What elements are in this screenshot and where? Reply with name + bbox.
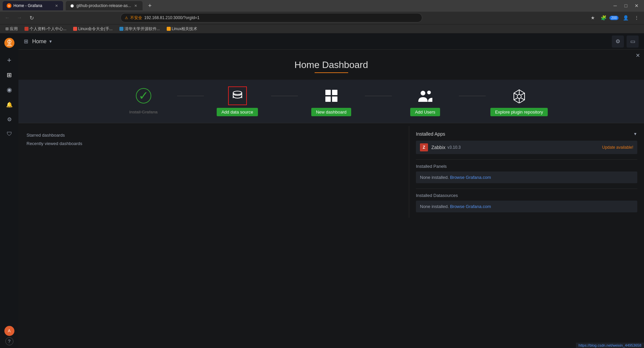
add-users-icon[interactable] xyxy=(416,86,435,105)
sidebar-item-create[interactable]: + xyxy=(3,54,16,67)
topbar-title-text: Home xyxy=(32,39,47,45)
close-setup-button[interactable]: ✕ xyxy=(636,52,640,59)
bookmark-tsinghua[interactable]: 清华大学开源软件... xyxy=(117,25,163,32)
tv-mode-button[interactable]: ▭ xyxy=(627,36,639,48)
explore-plugins-icon[interactable] xyxy=(510,86,529,105)
sidebar-item-alerting[interactable]: 🔔 xyxy=(3,98,16,111)
svg-line-22 xyxy=(514,98,517,100)
bookmark-2-label: Linux命令大全(手... xyxy=(78,26,113,32)
tab-1[interactable]: G Home - Grafana ✕ xyxy=(3,1,63,10)
add-datasource-button[interactable]: Add data source xyxy=(217,108,258,116)
menu-button[interactable]: ⋮ xyxy=(632,13,641,22)
bookmark-3-label: 清华大学开源软件... xyxy=(124,26,160,32)
step-add-users: Add Users xyxy=(392,86,459,116)
tab-2-favicon: ⬤ xyxy=(70,3,74,8)
new-dashboard-button[interactable]: New dashboard xyxy=(311,108,351,116)
starred-dashboards[interactable]: Starred dashboards xyxy=(26,133,401,138)
svg-rect-10 xyxy=(325,90,331,95)
add-users-button[interactable]: Add Users xyxy=(410,108,440,116)
installed-panels-section: Installed Panels None installed. Browse … xyxy=(416,159,637,183)
steps-bar: ✓ Install Grafana xyxy=(18,80,644,123)
plus-icon: + xyxy=(7,56,11,65)
minimize-button[interactable]: ─ xyxy=(610,2,620,10)
step-explore-plugins: Explore plugin repository xyxy=(486,86,553,116)
new-tab-button[interactable]: + xyxy=(145,1,155,10)
bookmark-linux-tech[interactable]: Linux相关技术 xyxy=(164,25,200,32)
profile-button[interactable]: 👤 xyxy=(621,13,631,22)
svg-rect-11 xyxy=(332,90,337,95)
topbar-grid-icon: ⊞ xyxy=(24,38,28,45)
tab-1-favicon: G xyxy=(7,3,11,8)
grid-icon xyxy=(324,88,339,103)
zabbix-update-link[interactable]: Update available! xyxy=(602,145,633,150)
maximize-button[interactable]: □ xyxy=(621,2,631,10)
back-button[interactable]: ← xyxy=(3,13,12,22)
apps-bookmark[interactable]: ⊞ 应用 xyxy=(3,25,20,32)
connector-4 xyxy=(459,96,486,96)
nav-right-controls: ★ 🧩 200 👤 ⋮ xyxy=(588,13,641,22)
connector-1 xyxy=(177,96,204,96)
zabbix-version: v3.10.3 xyxy=(447,145,461,150)
bookmark-star-button[interactable]: ★ xyxy=(588,13,597,22)
bookmarks-bar: ⊞ 应用 个人资料-个人中心... Linux命令大全(手... 清华大学开源软… xyxy=(0,24,644,33)
content-row: Starred dashboards Recently viewed dashb… xyxy=(18,126,644,218)
sidebar-item-explore[interactable]: ◉ xyxy=(3,83,16,96)
sidebar-item-server-admin[interactable]: 🛡 xyxy=(3,127,16,141)
dashboard-title-section: Home Dashboard xyxy=(18,50,644,80)
reload-button[interactable]: ↻ xyxy=(27,13,36,22)
installed-datasources-section: Installed Datasources None installed. Br… xyxy=(416,189,637,212)
left-panel: Starred dashboards Recently viewed dashb… xyxy=(18,126,409,218)
grafana-app: + ⊞ ◉ 🔔 ⚙ 🛡 A ? ⊞ Home ▼ xyxy=(0,33,644,348)
bookmark-linux[interactable]: Linux命令大全(手... xyxy=(70,25,115,32)
recently-viewed-dashboards[interactable]: Recently viewed dashboards xyxy=(26,141,401,146)
installed-datasources-empty: None installed. xyxy=(420,204,449,209)
settings-button[interactable]: ⚙ xyxy=(612,36,624,48)
dashboard-title-underline xyxy=(315,72,348,73)
nav-badge: 200 xyxy=(609,16,619,20)
browser-chrome: G Home - Grafana ✕ ⬤ github-production-r… xyxy=(0,0,644,33)
browse-datasources-link[interactable]: Browse Grafana.com xyxy=(450,204,491,209)
bookmark-favicon-4 xyxy=(167,27,171,31)
user-avatar[interactable]: A xyxy=(4,326,14,336)
step-new-dashboard: New dashboard xyxy=(298,86,365,116)
topbar-chevron-icon: ▼ xyxy=(49,39,53,44)
dropdown-arrow-icon[interactable]: ▼ xyxy=(633,132,637,136)
installed-datasources-title: Installed Datasources xyxy=(416,189,637,198)
address-text: 192.168.81.210:3000/?orgId=1 xyxy=(144,15,199,20)
explore-plugins-button[interactable]: Explore plugin repository xyxy=(490,108,548,116)
sidebar-item-dashboards[interactable]: ⊞ xyxy=(3,68,16,82)
users-icon xyxy=(418,89,433,102)
forward-button[interactable]: → xyxy=(15,13,24,22)
plugin-icon xyxy=(512,88,527,103)
help-button[interactable]: ? xyxy=(5,337,13,345)
address-lock-icon: ⚠ xyxy=(125,16,128,20)
add-datasource-icon-wrapper[interactable] xyxy=(228,86,247,105)
app-item-zabbix[interactable]: Z Zabbix v3.10.3 Update available! xyxy=(416,141,637,154)
install-grafana-icon: ✓ xyxy=(134,86,153,105)
bookmark-favicon-3 xyxy=(119,27,123,31)
grafana-logo[interactable] xyxy=(3,36,16,50)
new-dashboard-icon[interactable] xyxy=(322,86,341,105)
tab-2[interactable]: ⬤ github-production-release-as... ✕ xyxy=(66,1,143,10)
status-bar: https://blog.csdn.net/weixin_44953658 xyxy=(576,343,644,348)
sidebar-item-configuration[interactable]: ⚙ xyxy=(3,113,16,126)
topbar-title-group[interactable]: Home ▼ xyxy=(32,39,53,45)
apps-grid-icon: ⊞ xyxy=(5,26,9,31)
browse-panels-link[interactable]: Browse Grafana.com xyxy=(450,175,491,180)
database-icon xyxy=(231,89,244,102)
close-button[interactable]: ✕ xyxy=(632,2,641,10)
bookmark-personal[interactable]: 个人资料-个人中心... xyxy=(22,25,69,32)
bookmark-4-label: Linux相关技术 xyxy=(172,26,198,32)
install-grafana-button[interactable]: Install Grafana xyxy=(124,108,162,116)
tab-1-close[interactable]: ✕ xyxy=(54,3,59,8)
svg-rect-13 xyxy=(332,96,337,102)
gear-icon: ⚙ xyxy=(7,116,12,123)
svg-point-15 xyxy=(427,91,431,94)
svg-text:G: G xyxy=(8,4,10,7)
address-bar[interactable]: ⚠ 不安全 192.168.81.210:3000/?orgId=1 xyxy=(120,13,422,22)
extensions-button[interactable]: 🧩 xyxy=(599,13,608,22)
svg-point-14 xyxy=(421,91,425,95)
bookmark-favicon-2 xyxy=(73,27,77,31)
tab-1-title: Home - Grafana xyxy=(13,3,42,8)
tab-2-close[interactable]: ✕ xyxy=(133,3,139,8)
